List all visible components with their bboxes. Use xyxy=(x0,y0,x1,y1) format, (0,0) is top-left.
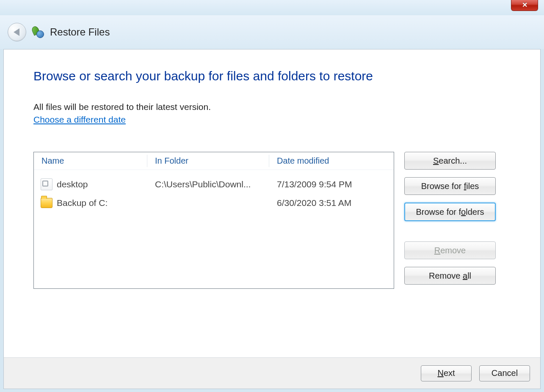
restore-files-icon xyxy=(32,26,44,38)
titlebar: ✕ xyxy=(0,0,544,15)
list-item[interactable]: desktopC:\Users\Public\Downl...7/13/2009… xyxy=(34,175,394,194)
list-item[interactable]: Backup of C:6/30/2020 3:51 AM xyxy=(34,194,394,212)
browse-for-files-button[interactable]: Browse for files xyxy=(404,177,496,195)
window-title: Restore Files xyxy=(50,26,110,38)
close-icon: ✕ xyxy=(522,2,527,8)
header-strip: Restore Files xyxy=(0,15,544,49)
column-header-row: Name In Folder Date modified xyxy=(34,152,394,170)
browse-for-folders-button[interactable]: Browse for folders xyxy=(404,203,496,221)
cancel-button[interactable]: Cancel xyxy=(479,365,530,381)
page-subtext: All files will be restored to their late… xyxy=(33,102,511,112)
wizard-footer: Next Cancel xyxy=(4,357,540,389)
back-button[interactable] xyxy=(8,23,26,41)
cell-date-modified: 7/13/2009 9:54 PM xyxy=(269,179,394,189)
content-area: Browse or search your backup for files a… xyxy=(3,49,541,389)
file-name: desktop xyxy=(57,179,88,189)
remove-all-button[interactable]: Remove all xyxy=(404,267,496,285)
file-name: Backup of C: xyxy=(57,198,108,208)
close-button[interactable]: ✕ xyxy=(511,0,538,11)
file-icon xyxy=(41,178,52,190)
side-button-stack: Search... Browse for files Browse for fo… xyxy=(404,152,496,289)
column-header-name[interactable]: Name xyxy=(34,152,147,170)
cell-name: desktop xyxy=(34,178,147,190)
file-list[interactable]: Name In Folder Date modified desktopC:\U… xyxy=(33,152,394,289)
search-button[interactable]: Search... xyxy=(404,152,496,170)
folder-icon xyxy=(41,198,52,208)
choose-date-link[interactable]: Choose a different date xyxy=(33,115,126,125)
page-heading: Browse or search your backup for files a… xyxy=(33,69,511,83)
back-arrow-icon xyxy=(14,28,19,36)
cell-date-modified: 6/30/2020 3:51 AM xyxy=(269,198,394,208)
cell-name: Backup of C: xyxy=(34,198,147,208)
next-button[interactable]: Next xyxy=(421,365,472,381)
remove-button: Remove xyxy=(404,241,496,259)
column-header-date-modified[interactable]: Date modified xyxy=(269,152,394,170)
cell-in-folder: C:\Users\Public\Downl... xyxy=(147,179,269,189)
column-header-in-folder[interactable]: In Folder xyxy=(147,152,269,170)
